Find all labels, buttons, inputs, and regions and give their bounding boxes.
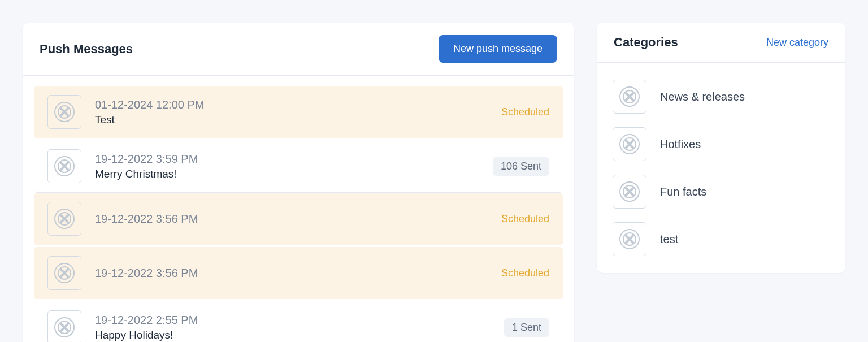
message-row[interactable]: 19-12-2022 3:56 PMScheduled [34,247,563,301]
message-row[interactable]: 19-12-2022 3:59 PMMerry Christmas!106 Se… [34,140,563,193]
message-row[interactable]: 19-12-2022 3:56 PMScheduled [34,193,563,247]
status-sent-badge: 1 Sent [504,318,549,337]
categories-header: Categories New category [597,23,845,63]
message-body: 19-12-2022 3:59 PMMerry Christmas! [95,153,479,180]
message-row[interactable]: 19-12-2022 2:55 PMHappy Holidays!1 Sent [34,301,563,342]
message-body: 01-12-2024 12:00 PMTest [95,98,488,126]
category-name: Fun facts [660,185,706,198]
message-body: 19-12-2022 2:55 PMHappy Holidays! [95,314,491,341]
categories-title: Categories [614,35,678,50]
message-date: 19-12-2022 2:55 PM [95,314,491,327]
category-name: Hotfixes [660,138,701,151]
status-sent-badge: 106 Sent [493,157,549,176]
categories-card: Categories New category News & releasesH… [597,23,845,273]
push-messages-title: Push Messages [40,42,133,57]
category-row[interactable]: Fun facts [610,168,832,215]
message-icon [47,256,81,290]
message-row[interactable]: 01-12-2024 12:00 PMTestScheduled [34,86,563,140]
new-category-link[interactable]: New category [766,37,828,49]
message-icon [47,310,81,342]
status-scheduled: Scheduled [501,267,549,279]
category-icon [613,222,646,256]
category-name: test [660,233,678,246]
category-icon [613,80,646,114]
category-row[interactable]: test [610,215,832,263]
category-row[interactable]: Hotfixes [610,120,832,168]
message-body: 19-12-2022 3:56 PM [95,267,488,280]
message-body: 19-12-2022 3:56 PM [95,213,488,226]
message-icon [47,202,81,236]
message-title: Happy Holidays! [95,329,491,341]
category-name: News & releases [660,90,745,103]
message-icon [47,149,81,183]
message-date: 01-12-2024 12:00 PM [95,98,488,111]
message-icon [47,95,81,129]
category-row[interactable]: News & releases [610,73,832,120]
message-title: Test [95,114,488,126]
categories-list: News & releasesHotfixesFun factstest [597,63,845,273]
status-scheduled: Scheduled [501,106,549,118]
new-push-message-button[interactable]: New push message [439,35,557,63]
category-icon [613,175,646,209]
push-messages-list: 01-12-2024 12:00 PMTestScheduled19-12-20… [23,76,574,342]
message-title: Merry Christmas! [95,168,479,180]
message-date: 19-12-2022 3:56 PM [95,267,488,280]
status-scheduled: Scheduled [501,213,549,225]
message-date: 19-12-2022 3:56 PM [95,213,488,226]
push-messages-card: Push Messages New push message 01-12-202… [23,23,574,342]
category-icon [613,127,646,161]
message-date: 19-12-2022 3:59 PM [95,153,479,166]
push-messages-header: Push Messages New push message [23,23,574,76]
